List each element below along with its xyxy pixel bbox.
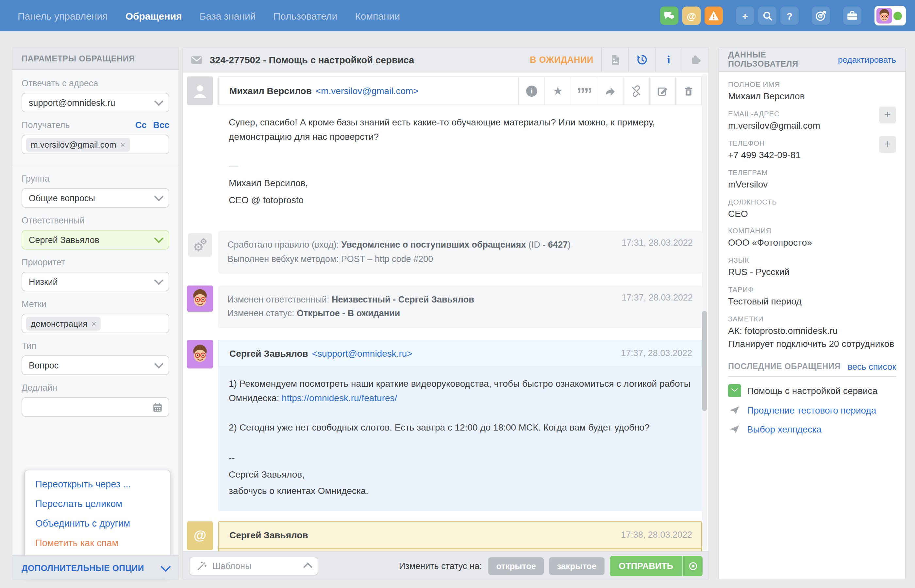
templates-button[interactable]: Шаблоны — [189, 556, 318, 575]
telegram-value[interactable]: mVersilov — [728, 178, 896, 191]
goals-button[interactable] — [812, 6, 830, 25]
email-value[interactable]: m.versilov@gmail.com — [728, 120, 820, 132]
group-field: Группа Общие вопросы — [21, 174, 169, 208]
message-author-email[interactable]: <support@omnidesk.ru> — [312, 348, 412, 359]
recent-case-2[interactable]: Продление тестового периода — [728, 404, 896, 416]
send-options-button[interactable] — [683, 556, 703, 576]
remove-tag-icon[interactable]: × — [92, 318, 96, 328]
phone-value[interactable]: +7 499 342-09-81 — [728, 149, 800, 162]
extra-options-toggle[interactable]: ДОПОЛНИТЕЛЬНЫЕ ОПЦИИ — [13, 555, 178, 580]
recent-case-title[interactable]: Выбор хелпдеска — [747, 424, 821, 435]
recent-case-current[interactable]: Помощь с настройкой сервиса — [728, 384, 896, 397]
nav-item-cases[interactable]: Обращения — [126, 10, 182, 21]
rule-icon-box — [188, 234, 212, 257]
add-phone-button[interactable]: + — [879, 136, 896, 153]
message-text: 2) Сегодня уже нет свободных слотов. Ест… — [229, 421, 692, 435]
delete-button[interactable] — [675, 77, 701, 105]
status-open-button[interactable]: открытое — [488, 557, 544, 575]
details-button[interactable]: i — [518, 77, 545, 105]
add-email-button[interactable]: + — [879, 107, 896, 124]
profile-menu[interactable] — [875, 6, 906, 26]
signature-name: Михаил Версилов, — [229, 176, 692, 191]
recipient-chip: m.versilov@gmail.com × — [26, 137, 130, 151]
event-text: Изменен ответственный: Неизвестный - Сер… — [228, 292, 622, 320]
chevron-down-icon — [160, 561, 171, 571]
event-assignee-change: Изменен ответственный: Неизвестный - Сер… — [187, 285, 702, 328]
status-closed-button[interactable]: закрытое — [549, 557, 604, 575]
integrations-button[interactable] — [682, 48, 708, 72]
menu-item-reopen-later[interactable]: Переоткрыть через ... — [25, 474, 170, 494]
calendar-icon[interactable] — [152, 402, 163, 415]
search-button[interactable] — [758, 6, 776, 25]
nav-item-dashboard[interactable]: Панель управления — [18, 10, 108, 21]
nav-item-companies[interactable]: Компании — [355, 10, 400, 21]
company-value[interactable]: ООО «Фотопросто» — [728, 237, 896, 249]
thread-scrollbar[interactable] — [702, 74, 707, 550]
send-button[interactable]: ОТПРАВИТЬ — [609, 556, 703, 576]
message-body: 1) Рекомендуем посмотреть наши краткие в… — [218, 367, 702, 511]
workspace-button[interactable] — [843, 6, 862, 25]
send-label: ОТПРАВИТЬ — [609, 561, 682, 571]
message-body: Супер, спасибо! А кроме базы знаний есть… — [218, 105, 702, 219]
envelope-glyph — [730, 386, 739, 395]
history-button[interactable] — [628, 48, 655, 72]
forward-button[interactable] — [597, 77, 623, 105]
help-button[interactable]: ? — [780, 6, 799, 25]
group-select[interactable]: Общие вопросы — [21, 188, 169, 208]
reply-from-field: Отвечать с адреса support@omnidesk.ru — [21, 78, 169, 112]
recent-case-title: Помощь с настройкой сервиса — [747, 386, 878, 396]
scrollbar-thumb[interactable] — [702, 311, 707, 411]
forward-icon — [604, 85, 616, 97]
event-assignee-value: Неизвестный - Сергей Завьялов — [332, 294, 474, 304]
event-text: Сработало правило (вход): Уведомление о … — [228, 238, 622, 266]
message-text: Супер, спасибо! А кроме базы знаний есть… — [229, 116, 692, 144]
tags-input[interactable]: демонстрация × — [21, 313, 169, 333]
plus-icon: + — [742, 11, 748, 21]
puzzle-icon — [689, 53, 702, 66]
reply-from-select[interactable]: support@omnidesk.ru — [21, 93, 169, 112]
email-channel-button[interactable]: @ — [682, 6, 701, 25]
features-link[interactable]: https://omnidesk.ru/features/ — [282, 393, 397, 403]
unlink-button[interactable] — [623, 77, 649, 105]
deadline-label: Дедлайн — [21, 383, 169, 393]
edit-user-link[interactable]: редактировать — [838, 55, 896, 65]
notes-label: ЗАМЕТКИ — [728, 315, 896, 323]
cc-link[interactable]: Cc — [135, 120, 147, 130]
menu-item-forward-whole[interactable]: Переслать целиком — [25, 494, 170, 514]
edit-button[interactable] — [649, 77, 675, 105]
signature-dash: -- — [229, 451, 692, 465]
recent-cases-all-link[interactable]: весь список — [848, 362, 896, 372]
priority-select[interactable]: Низкий — [21, 272, 169, 291]
priority-label: Приоритет — [21, 257, 169, 267]
alert-channel-button[interactable] — [705, 6, 723, 25]
position-label: ДОЛЖНОСТЬ — [728, 198, 896, 205]
recent-case-title[interactable]: Продление тестового периода — [747, 405, 876, 415]
nav-item-knowledge-base[interactable]: База знаний — [200, 10, 256, 21]
nav-item-users[interactable]: Пользователи — [273, 10, 338, 21]
event-timestamp: 17:31, 28.03.2022 — [622, 238, 693, 266]
recipient-input[interactable]: m.versilov@gmail.com × — [21, 134, 169, 154]
info-button[interactable]: i — [655, 48, 682, 72]
language-value: RUS - Русский — [728, 266, 896, 279]
chat-channel-button[interactable] — [660, 6, 678, 25]
message-author-email[interactable]: <m.versilov@gmail.com> — [316, 86, 419, 96]
create-case-button[interactable]: + — [736, 6, 754, 25]
star-button[interactable]: ★ — [545, 77, 571, 105]
menu-item-mark-spam[interactable]: Пометить как спам — [25, 533, 170, 553]
remove-recipient-icon[interactable]: × — [120, 139, 125, 149]
quote-button[interactable]: ”” — [571, 77, 597, 105]
attachments-button[interactable] — [601, 48, 628, 72]
star-icon: ★ — [553, 84, 563, 98]
question-icon: ? — [787, 11, 792, 21]
recent-case-3[interactable]: Выбор хелпдеска — [728, 423, 896, 435]
bcc-link[interactable]: Bcc — [153, 120, 169, 130]
type-select[interactable]: Вопрос — [21, 355, 169, 375]
omnidesk-app: Панель управления Обращения База знаний … — [0, 0, 915, 588]
event-line: (ID - — [526, 240, 548, 250]
avatar — [876, 8, 892, 24]
deadline-input[interactable] — [21, 397, 169, 417]
menu-item-merge[interactable]: Объединить с другим — [25, 514, 170, 533]
user-avatar-icon — [876, 8, 892, 24]
note-author: Сергей Завьялов — [230, 530, 308, 540]
assignee-select[interactable]: Сергей Завьялов — [21, 230, 169, 250]
